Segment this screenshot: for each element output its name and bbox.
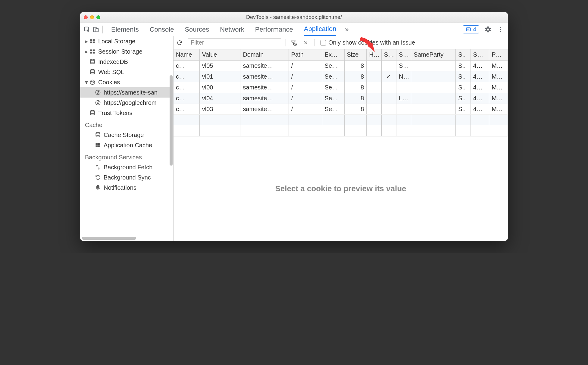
- sidebar-item-application-cache[interactable]: Application Cache: [80, 140, 173, 150]
- table-cell: c…: [174, 82, 199, 93]
- tab-performance[interactable]: Performance: [255, 23, 293, 36]
- table-row[interactable]: c…vl05samesite…/Se…8S…S..4…M…: [174, 60, 508, 71]
- sidebar-item-label: Local Storage: [98, 38, 135, 45]
- sidebar-category-bg: Background Services: [80, 150, 173, 162]
- cookie-icon: [95, 99, 101, 106]
- table-cell: samesite…: [240, 93, 289, 104]
- issues-chip[interactable]: 4: [463, 25, 479, 33]
- table-row[interactable]: c…vl03samesite…/Se…8S..4…M…: [174, 104, 508, 114]
- tab-console[interactable]: Console: [150, 23, 174, 36]
- sidebar-item-https-samesite-san[interactable]: https://samesite-san: [80, 87, 173, 98]
- table-cell: S..: [456, 71, 471, 82]
- table-cell: [381, 93, 396, 104]
- column-header[interactable]: Value: [199, 49, 240, 60]
- sidebar-item-label: Background Sync: [104, 174, 151, 181]
- table-cell: [396, 104, 411, 114]
- column-header[interactable]: P…: [489, 49, 508, 60]
- table-cell: S..: [456, 82, 471, 93]
- column-header[interactable]: S…: [471, 49, 489, 60]
- table-cell: Se…: [322, 71, 344, 82]
- table-row[interactable]: c…vl00samesite…/Se…8S..4…M…: [174, 82, 508, 93]
- svg-rect-31: [96, 143, 98, 145]
- sidebar-item-trust-tokens[interactable]: Trust Tokens: [80, 108, 173, 118]
- table-cell: vl03: [199, 104, 240, 114]
- table-cell: M…: [489, 60, 508, 71]
- sidebar-item-notifications[interactable]: Notifications: [80, 182, 173, 193]
- sidebar-hscroll-thumb[interactable]: [82, 237, 136, 240]
- svg-rect-11: [93, 52, 95, 54]
- bell-icon: [95, 184, 101, 191]
- cookies-table: NameValueDomainPathEx…SizeH…S…S…SamePart…: [174, 49, 508, 136]
- more-tabs-icon[interactable]: »: [342, 23, 351, 36]
- filter-input[interactable]: [188, 38, 281, 47]
- cookie-icon: [95, 89, 101, 96]
- tab-application[interactable]: Application: [304, 23, 336, 36]
- table-cell: 8: [344, 60, 367, 71]
- maximize-window-button[interactable]: [96, 15, 100, 19]
- table-row[interactable]: c…vl01samesite…/Se…8✓N…S..4…M…: [174, 71, 508, 82]
- more-options-icon[interactable]: ⋮: [497, 26, 504, 33]
- sidebar-item-session-storage[interactable]: ▸Session Storage: [80, 46, 173, 57]
- table-cell: [367, 60, 381, 71]
- sidebar-item-web-sql[interactable]: Web SQL: [80, 67, 173, 77]
- column-header[interactable]: S…: [381, 49, 396, 60]
- svg-rect-2: [96, 28, 98, 32]
- table-cell: 8: [344, 71, 367, 82]
- sidebar-item-indexeddb[interactable]: IndexedDB: [80, 57, 173, 67]
- settings-icon[interactable]: [484, 26, 492, 33]
- svg-point-21: [98, 92, 99, 92]
- tab-sources[interactable]: Sources: [185, 23, 209, 36]
- window-controls: [84, 15, 100, 19]
- panel-tabs: ElementsConsoleSourcesNetworkPerformance…: [111, 23, 336, 36]
- tab-elements[interactable]: Elements: [111, 23, 139, 36]
- tab-network[interactable]: Network: [220, 23, 244, 36]
- table-cell: vl04: [199, 93, 240, 104]
- table-cell: Se…: [322, 82, 344, 93]
- grid-icon: [95, 142, 101, 148]
- table-cell: Se…: [322, 60, 344, 71]
- svg-rect-3: [466, 28, 471, 31]
- column-header[interactable]: Path: [289, 49, 322, 60]
- table-cell: c…: [174, 71, 199, 82]
- table-cell: S..: [456, 93, 471, 104]
- db-icon: [95, 132, 101, 138]
- close-window-button[interactable]: [84, 15, 88, 19]
- table-cell: samesite…: [240, 82, 289, 93]
- sidebar-item-cache-storage[interactable]: Cache Storage: [80, 130, 173, 140]
- sidebar-item-background-fetch[interactable]: Background Fetch: [80, 162, 173, 172]
- table-cell: ✓: [381, 71, 396, 82]
- column-header[interactable]: SameParty: [411, 49, 456, 60]
- table-cell: S..: [456, 60, 471, 71]
- inspect-element-icon[interactable]: [83, 23, 92, 36]
- sidebar-item-cookies[interactable]: ▾Cookies: [80, 77, 173, 87]
- sidebar-item-https-googlechrom[interactable]: https://googlechrom: [80, 98, 173, 108]
- devtools-window: DevTools - samesite-sandbox.glitch.me/ E…: [80, 12, 508, 241]
- column-header[interactable]: S…: [396, 49, 411, 60]
- sidebar-item-background-sync[interactable]: Background Sync: [80, 172, 173, 182]
- table-row[interactable]: c…vl04samesite…/Se…8L…S..4…M…: [174, 93, 508, 104]
- column-header[interactable]: Ex…: [322, 49, 344, 60]
- only-issues-checkbox-input[interactable]: [321, 40, 326, 45]
- column-header[interactable]: Domain: [240, 49, 289, 60]
- sidebar-vscroll-thumb[interactable]: [170, 75, 173, 166]
- sync-icon: [95, 174, 101, 181]
- svg-point-20: [97, 92, 98, 92]
- table-cell: 4…: [471, 60, 489, 71]
- minimize-window-button[interactable]: [90, 15, 94, 19]
- sidebar-item-label: IndexedDB: [98, 58, 128, 65]
- column-header[interactable]: S..: [456, 49, 471, 60]
- refresh-icon[interactable]: [177, 40, 185, 46]
- clear-filtered-icon[interactable]: [290, 39, 299, 46]
- column-header[interactable]: Name: [174, 49, 199, 60]
- svg-point-30: [96, 133, 100, 134]
- svg-rect-5: [93, 39, 95, 41]
- sidebar-item-local-storage[interactable]: ▸Local Storage: [80, 36, 173, 46]
- svg-point-14: [90, 80, 95, 85]
- fetch-icon: [95, 164, 101, 170]
- device-toolbar-icon[interactable]: [92, 23, 101, 36]
- window-title: DevTools - samesite-sandbox.glitch.me/: [80, 14, 508, 20]
- clear-all-icon[interactable]: ×: [302, 39, 310, 47]
- table-cell: [367, 93, 381, 104]
- svg-rect-6: [90, 42, 92, 43]
- grid-icon: [89, 48, 96, 55]
